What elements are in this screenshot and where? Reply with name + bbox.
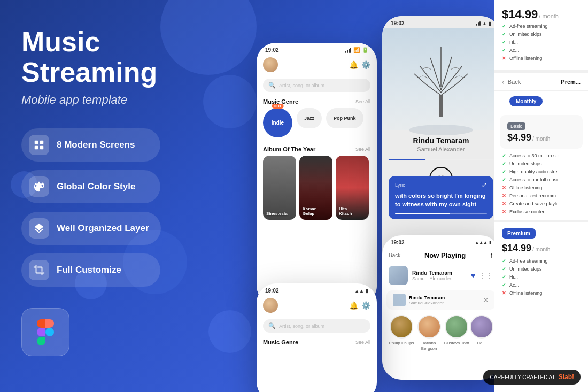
album-label-1: Sinestesia xyxy=(266,211,288,217)
main-title: Music Streaming xyxy=(21,27,203,88)
bf-4-l: Access to our full musi... xyxy=(509,177,562,182)
current-track: Rindu Temaram Samuel Alexander ♥ ⋮⋮ xyxy=(382,263,500,288)
ground-circle xyxy=(409,125,473,135)
progress-track[interactable] xyxy=(389,159,493,160)
basic-period: / month xyxy=(532,136,550,142)
bf-6-l: Personalized recomm... xyxy=(509,193,560,198)
person-name-4: Ha... xyxy=(477,341,486,346)
genre-indie[interactable]: HOT Indie xyxy=(263,108,292,137)
progress-fill xyxy=(389,159,425,160)
svg-rect-2 xyxy=(35,146,38,149)
settings-icon[interactable]: ⚙️ xyxy=(361,60,370,69)
search-icon-4: 🔍 xyxy=(268,322,276,329)
signal-3: ▲▲▲ xyxy=(475,240,488,245)
album-card-3-inner: Hits Kitsch xyxy=(336,156,369,220)
notify-thumb xyxy=(393,294,406,306)
bf-2: ✓Unlimited skips xyxy=(502,161,581,166)
person-1: Phillip Philips xyxy=(389,315,414,351)
wifi-2: ▲ xyxy=(482,21,487,26)
heart-icon[interactable]: ♥ xyxy=(471,271,475,280)
song-artist: Samuel Alexander xyxy=(391,146,491,152)
genre-pop-label: Pop Punk xyxy=(334,116,356,121)
see-all-4[interactable]: See All xyxy=(355,340,370,345)
album-card-2[interactable]: Kamar Gelap xyxy=(299,156,332,220)
pf-1: ✓Ad-free streaming xyxy=(502,258,581,264)
genre-see-all[interactable]: See All xyxy=(355,99,370,104)
person-name-2: Tatiana Bergson xyxy=(414,341,444,351)
user-avatar-1 xyxy=(263,57,278,72)
lyric-label: Lyric xyxy=(395,182,405,188)
tf-3-label: Hi... xyxy=(509,40,518,45)
prem-label: Prem... xyxy=(524,79,581,85)
time-2: 19:02 xyxy=(391,20,405,26)
lyric-progress-fill xyxy=(395,213,450,214)
feature-item-color: Global Color Style xyxy=(21,170,160,203)
notification-icon-4[interactable]: 🔔 xyxy=(349,301,358,310)
search-bar-1[interactable]: 🔍 Artist, song, or album xyxy=(263,79,370,92)
search-bar-4[interactable]: 🔍 Artist, song, or album xyxy=(263,319,370,333)
back-icon[interactable]: ‹ xyxy=(502,78,505,86)
tf-5-label: Offline listening xyxy=(509,56,542,61)
back-label[interactable]: Back xyxy=(508,79,521,85)
battery-2: ▮ xyxy=(489,21,491,26)
user-avatar-4 xyxy=(263,298,278,313)
album-see-all[interactable]: See All xyxy=(355,147,370,152)
premium-price-row: $14.99 / month xyxy=(502,243,581,254)
status-bar-1: 19:02 📶 🔋 xyxy=(257,43,377,55)
lyric-expand-icon[interactable]: ⤢ xyxy=(482,181,487,189)
status-bar-3: 19:02 ▲▲▲ ▮ xyxy=(382,235,500,248)
bf-6: ✕Personalized recomm... xyxy=(502,193,581,198)
signal-4: ▲▲ xyxy=(354,288,364,294)
more-icon[interactable]: ⋮⋮ xyxy=(478,271,493,280)
figma-badge xyxy=(21,308,69,356)
person-4: Ha... xyxy=(470,315,493,351)
person-avatar-4 xyxy=(470,315,493,339)
notify-text: Rindu Temaram Samuel Alexander xyxy=(409,295,445,305)
feature-item-customize: Full Customize xyxy=(21,253,160,287)
genre-section-4: Music Genre See All xyxy=(257,335,377,349)
notify-song: Rindu Temaram xyxy=(409,295,445,301)
person-avatar-1 xyxy=(390,315,413,339)
tf-5: ✕Offline listening xyxy=(502,56,581,61)
now-playing-title: Now Playing xyxy=(424,251,466,259)
notify-content: Rindu Temaram Samuel Alexander xyxy=(393,294,445,306)
person-3: Gustavo Torff xyxy=(444,315,469,351)
status-icons-4: ▲▲ ▮ xyxy=(354,288,368,294)
svg-rect-4 xyxy=(439,95,443,117)
left-panel: Music Streaming Mobile app template 8 Mo… xyxy=(21,27,203,356)
basic-price-row: $4.99 / month xyxy=(507,132,575,143)
genre-indie-label: Indie xyxy=(272,120,284,126)
monthly-tab-wrap: Monthly xyxy=(494,91,588,112)
signal-icon xyxy=(345,48,351,53)
tf-3: ✓Hi... xyxy=(502,40,581,45)
genre-jazz[interactable]: Jazz xyxy=(297,108,322,128)
search-placeholder-1: Artist, song, or album xyxy=(279,83,324,88)
notification-icon[interactable]: 🔔 xyxy=(349,60,358,69)
pf-1-l: Ad-free streaming xyxy=(509,258,548,264)
tf-4-label: Ac... xyxy=(509,48,519,53)
monthly-tab[interactable]: Monthly xyxy=(509,96,543,106)
notification-row: Rindu Temaram Samuel Alexander ✕ xyxy=(386,290,496,310)
premium-period: / month xyxy=(532,247,550,252)
deco-circle-4 xyxy=(208,310,251,353)
share-icon[interactable]: ↑ xyxy=(490,251,493,259)
people-row: Phillip Philips Tatiana Bergson Gustavo … xyxy=(382,312,500,354)
phone-bottom: 19:02 ▲▲ ▮ 🔔 ⚙️ 🔍 Artist, song, or album… xyxy=(257,283,377,392)
bf-8-l: Exclusive content xyxy=(509,209,547,214)
album-card-3[interactable]: Hits Kitsch xyxy=(336,156,369,220)
feature-item-layer: Well Organized Layer xyxy=(21,212,161,245)
lyric-card: Lyric ⤢ with colors so bright I'm longin… xyxy=(389,176,493,219)
album-card-1[interactable]: Sinestesia xyxy=(263,156,296,220)
genre-jazz-label: Jazz xyxy=(304,116,314,121)
back-button[interactable]: Back xyxy=(389,252,400,258)
close-notification-icon[interactable]: ✕ xyxy=(483,296,489,304)
person-2: Tatiana Bergson xyxy=(414,315,444,351)
bf-3: ✓High-quality audio stre... xyxy=(502,169,581,174)
album-label-3: Hits Kitsch xyxy=(339,206,352,217)
album-section-header: Album Of The Year See All xyxy=(257,142,377,156)
wifi-icon: 📶 xyxy=(353,47,360,53)
bf-1-l: Access to 30 million so... xyxy=(509,153,562,158)
lyric-progress xyxy=(395,213,487,214)
genre-pop-punk[interactable]: Pop Punk xyxy=(326,108,363,128)
settings-icon-4[interactable]: ⚙️ xyxy=(361,301,370,310)
